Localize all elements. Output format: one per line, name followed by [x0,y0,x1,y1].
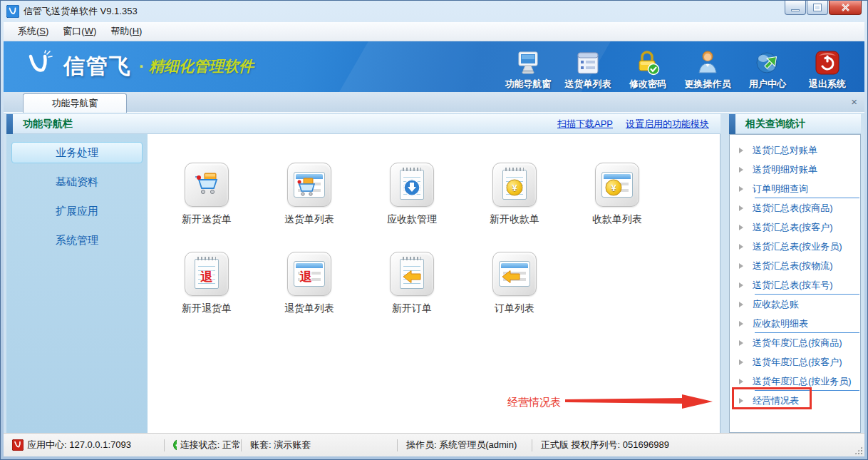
title-bar: 信管飞送货单软件 V9.1.353 [1,1,867,22]
user-center-globe-icon [755,48,780,76]
grid-item-new-order[interactable]: 新开订单 [361,252,463,315]
window-title: 信管飞送货单软件 V9.1.353 [24,5,138,18]
status-bar: 应用中心: 127.0.0.1:7093 连接状态: 正常 账套: 演示账套 操… [4,433,864,456]
query-item[interactable]: 送货汇总表(按商品) [730,198,860,218]
query-item[interactable]: 订单明细查询 [730,179,860,198]
monitor-icon [515,48,541,76]
main-panel: 新开送货单 [148,134,720,433]
item-arrow-icon [739,205,743,211]
maximize-icon [814,4,821,11]
close-icon [841,4,850,11]
menu-window[interactable]: 窗口(W) [56,22,103,41]
status-account: 账套: 演示账套 [242,439,397,451]
toolbar-user-center[interactable]: 用户中心 [738,47,797,91]
sidebar-item-system[interactable]: 系统管理 [11,230,143,251]
sidebar-item-business[interactable]: 业务处理 [11,142,143,163]
app-window: 信管飞送货单软件 V9.1.353 系统(S) 窗口(W) 帮助(H) 信管飞 … [0,0,868,460]
yuan-coin-icon: ¥ [606,179,622,195]
item-arrow-icon [739,186,743,192]
query-item-business-report[interactable]: 经营情况表 [730,391,860,410]
query-panel-header: 相关查询统计 [729,114,861,134]
grid-item-delivery-list[interactable]: 送货单列表 [258,163,361,226]
annotation-arrow-icon [565,392,713,412]
brand: 信管飞 · 精细化管理软件 [24,50,254,83]
quick-links: 扫描下载APP 设置启用的功能模块 [557,118,709,131]
switch-user-icon [695,48,720,76]
brand-separator: · [139,56,145,76]
grid-item-receivables[interactable]: 应收款管理 [361,163,463,226]
item-arrow-icon [739,340,743,346]
item-arrow-icon [739,379,743,384]
receipt-list-window-icon: ¥ [595,163,639,207]
connection-ok-icon [173,439,177,451]
header-accent-bar [729,114,735,134]
yuan-coin-icon: ¥ [507,179,523,195]
query-item[interactable]: 送货汇总表(按车号) [730,275,860,295]
query-item[interactable]: 送货汇总表(按物流) [730,256,860,275]
tab-nav-window[interactable]: 功能导航窗 [23,93,127,113]
toolbar-exit-system[interactable]: 退出系统 [797,47,857,91]
menu-system[interactable]: 系统(S) [11,22,56,41]
password-lock-icon [634,48,661,76]
toolbar-delivery-list[interactable]: 送货单列表 [558,47,618,91]
sidebar-item-extensions[interactable]: 扩展应用 [11,200,143,222]
item-arrow-icon [739,148,743,153]
new-receipt-note-icon: ¥ [492,163,537,207]
maximize-button[interactable] [807,1,828,15]
grid-item-new-delivery[interactable]: 新开送货单 [155,163,258,226]
nav-panel-title: 功能导航栏 [23,118,73,131]
order-arrow-icon [403,270,421,284]
minimize-button[interactable] [785,1,806,15]
item-arrow-icon [739,359,743,365]
toolbar-switch-operator[interactable]: 更换操作员 [678,47,738,91]
grid-item-receipt-list[interactable]: ¥ 收款单列表 [566,163,668,226]
menu-bar: 系统(S) 窗口(W) 帮助(H) [4,22,864,41]
query-item[interactable]: 应收款总账 [730,295,860,314]
query-item[interactable]: 送货汇总表(按业务员) [730,237,860,256]
query-item[interactable]: 送货年度汇总(按客户) [730,352,860,372]
brand-tagline: 精细化管理软件 [149,56,254,76]
item-arrow-icon [739,167,743,173]
query-item[interactable]: 送货年度汇总(按商品) [730,333,860,352]
resize-grip[interactable] [854,446,862,454]
new-return-note-icon: 退 [185,252,229,296]
delivery-list-icon [576,48,600,76]
link-download-app[interactable]: 扫描下载APP [557,118,613,131]
query-item[interactable]: 应收款明细表 [730,314,860,333]
tab-close-icon[interactable]: × [851,96,857,107]
query-item[interactable]: 送货汇总表(按客户) [730,218,860,237]
close-button[interactable] [829,1,862,15]
window-controls [785,1,862,15]
return-char-badge: 退 [300,270,312,282]
menu-help[interactable]: 帮助(H) [103,22,149,41]
content-area: 功能导航栏 扫描下载APP 设置启用的功能模块 相关查询统计 业务处理 基础资料… [4,113,864,434]
new-delivery-cart-icon [185,163,229,207]
query-item[interactable]: 送货年度汇总(按业务员) [730,372,860,391]
annotation-text: 经营情况表 [507,396,561,409]
query-panel-title: 相关查询统计 [745,118,805,131]
query-panel: 送货汇总对账单 送货明细对账单 订单明细查询 送货汇总表(按商品) 送货汇总表(… [729,134,861,433]
grid-item-new-receipt[interactable]: ¥ 新开收款单 [463,163,566,226]
receivables-note-icon [390,163,434,207]
nav-sidebar: 业务处理 基础资料 扩展应用 系统管理 [6,134,148,433]
grid-item-order-list[interactable]: 订单列表 [463,252,566,315]
grid-item-new-return[interactable]: 退 新开退货单 [155,252,258,315]
banner: 信管飞 · 精细化管理软件 功能导航窗 [4,41,864,92]
sidebar-item-basic-data[interactable]: 基础资料 [11,171,143,193]
link-enable-modules[interactable]: 设置启用的功能模块 [626,118,709,131]
new-order-note-icon [390,252,434,296]
annotation: 经营情况表 [507,392,713,412]
order-arrow-icon [502,270,520,284]
tab-strip: 功能导航窗 × [4,92,864,113]
order-list-window-icon [492,252,537,296]
app-logo-icon [6,5,19,18]
brand-logo-icon [24,50,56,83]
grid-item-return-list[interactable]: 退 退货单列表 [258,252,361,315]
item-arrow-icon [739,302,743,307]
query-item[interactable]: 送货明细对账单 [730,160,860,179]
toolbar-change-password[interactable]: 修改密码 [618,47,678,91]
item-arrow-icon [739,263,743,269]
toolbar-nav-window[interactable]: 功能导航窗 [498,47,558,91]
item-arrow-icon [739,282,743,288]
query-item[interactable]: 送货汇总对账单 [730,140,860,160]
